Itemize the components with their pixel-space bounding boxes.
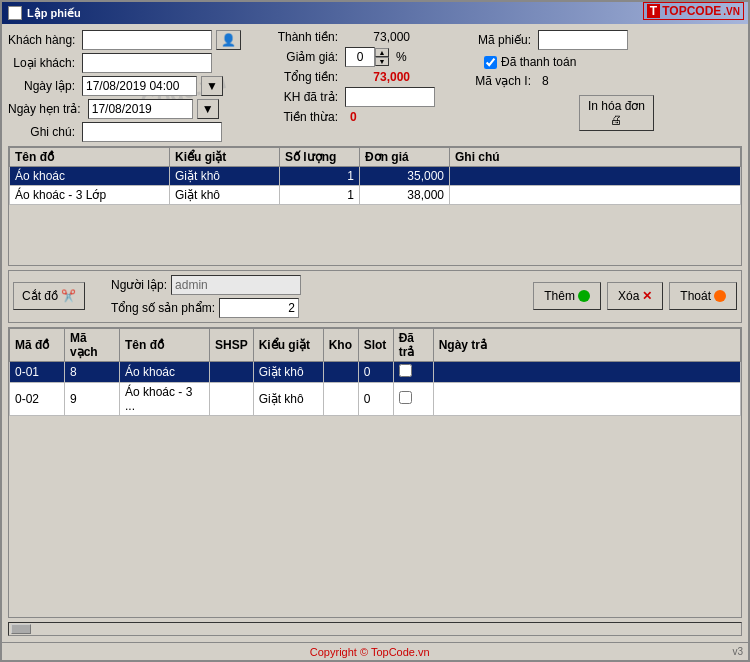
da-thanh-toan-row: Đã thanh toán: [474, 55, 654, 69]
bcell-kieu-giat: Giặt khô: [253, 361, 323, 382]
da-thanh-toan-label: Đã thanh toán: [501, 55, 576, 69]
ngay-lap-calendar-btn[interactable]: ▼: [201, 76, 223, 96]
topcode-logo-area: T TOPCODE .VN: [643, 2, 744, 20]
left-column: Khách hàng: 👤 Loại khách: Ngày lập: ▼: [8, 30, 268, 142]
giam-gia-up-btn[interactable]: ▲: [375, 48, 389, 57]
title-bar: Lập phiếu T TOPCODE .VN: [2, 2, 748, 24]
ngay-lap-input[interactable]: [82, 76, 197, 96]
xoa-icon: ✕: [642, 289, 652, 303]
da-thanh-toan-checkbox[interactable]: [484, 56, 497, 69]
tong-tien-row: Tổng tiền: 73,000: [276, 70, 466, 84]
ngay-hen-tra-calendar-btn[interactable]: ▼: [197, 99, 219, 119]
horizontal-scrollbar[interactable]: [8, 622, 742, 636]
bcell-kieu-giat: Giặt khô: [253, 382, 323, 415]
cell-so-luong: 1: [280, 167, 360, 186]
right-column: Mã phiếu: Đã thanh toán Mã vạch I: 8 In …: [474, 30, 654, 142]
giam-gia-label: Giảm giá:: [276, 50, 341, 64]
bcell-kho: [323, 382, 358, 415]
bcol-shsp: SHSP: [210, 328, 254, 361]
scrollbar-thumb[interactable]: [11, 624, 31, 634]
da-tra-checkbox-1[interactable]: [399, 391, 412, 404]
cell-ghi-chu: [450, 186, 741, 205]
copyright-text: Copyright © TopCode.vn: [7, 646, 732, 658]
giam-gia-input[interactable]: [345, 47, 375, 67]
tong-so-sp-row: Tổng số sản phẩm:: [111, 298, 299, 318]
khach-hang-row: Khách hàng: 👤: [8, 30, 268, 50]
window-title: Lập phiếu: [27, 7, 81, 20]
tong-so-sp-input[interactable]: [219, 298, 299, 318]
printer-icon: 🖨: [610, 113, 622, 127]
cell-ghi-chu: [450, 167, 741, 186]
thanh-tien-label: Thành tiền:: [276, 30, 341, 44]
bcell-shsp: [210, 361, 254, 382]
bcell-slot: 0: [358, 382, 393, 415]
status-bar: Copyright © TopCode.vn v3: [2, 642, 748, 660]
giam-gia-row: Giảm giá: ▲ ▼ %: [276, 47, 466, 67]
col-don-gia: Đơn giá: [360, 148, 450, 167]
cat-do-button[interactable]: Cắt đồ ✂️: [13, 282, 85, 310]
ngay-lap-label: Ngày lập:: [8, 79, 78, 93]
them-icon: [578, 290, 590, 302]
tien-thua-value: 0: [345, 110, 415, 124]
loai-khach-label: Loại khách:: [8, 56, 78, 70]
empty-row-b: [10, 415, 741, 445]
khach-hang-label: Khách hàng:: [8, 33, 78, 47]
nguoi-lap-label: Người lập:: [111, 278, 167, 292]
bcol-ten-do: Tên đồ: [120, 328, 210, 361]
giam-gia-spinner: ▲ ▼: [345, 47, 389, 67]
bcell-ngay-tra: [433, 361, 740, 382]
them-label: Thêm: [544, 289, 575, 303]
thanh-tien-value: 73,000: [345, 30, 415, 44]
bcol-ma-do: Mã đồ: [10, 328, 65, 361]
bcell-slot: 0: [358, 361, 393, 382]
main-content: TopCode.vn Khách hàng: 👤 Loại khách:: [2, 24, 748, 642]
tong-tien-label: Tổng tiền:: [276, 70, 341, 84]
loai-khach-row: Loại khách:: [8, 53, 268, 73]
bottom-table-header-row: Mã đồ Mã vạch Tên đồ SHSP Kiểu giặt Kho …: [10, 328, 741, 361]
ngay-lap-row: Ngày lập: ▼: [8, 76, 268, 96]
top-form-area: Khách hàng: 👤 Loại khách: Ngày lập: ▼: [8, 30, 742, 142]
table-row[interactable]: Áo khoác Giặt khô 1 35,000: [10, 167, 741, 186]
kh-da-tra-row: KH đã trả:: [276, 87, 466, 107]
da-tra-checkbox-0[interactable]: [399, 364, 412, 377]
giam-gia-down-btn[interactable]: ▼: [375, 57, 389, 66]
khach-hang-input[interactable]: [82, 30, 212, 50]
in-hoa-don-button[interactable]: In hóa đơn 🖨: [579, 95, 654, 131]
tien-thua-row: Tiền thừa: 0: [276, 110, 466, 124]
middle-column: Thành tiền: 73,000 Giảm giá: ▲ ▼ %: [276, 30, 466, 142]
ma-phieu-input[interactable]: [538, 30, 628, 50]
thanh-tien-row: Thành tiền: 73,000: [276, 30, 466, 44]
tong-so-sp-label: Tổng số sản phẩm:: [111, 301, 215, 315]
bcol-ngay-tra: Ngày trả: [433, 328, 740, 361]
loai-khach-input[interactable]: [82, 53, 212, 73]
ghi-chu-input[interactable]: [82, 122, 222, 142]
top-table-section: Tên đồ Kiểu giặt Số lượng Đơn giá Ghi ch…: [8, 146, 742, 266]
version-text: v3: [732, 646, 743, 657]
bcell-ma-do: 0-02: [10, 382, 65, 415]
cell-ten-do: Áo khoác: [10, 167, 170, 186]
bcell-da-tra: [393, 382, 433, 415]
bottom-table-row[interactable]: 0-01 8 Áo khoác Giặt khô 0: [10, 361, 741, 382]
table-row[interactable]: Áo khoác - 3 Lớp Giặt khô 1 38,000: [10, 186, 741, 205]
cell-so-luong: 1: [280, 186, 360, 205]
in-hoa-don-label: In hóa đơn: [588, 99, 645, 113]
thoat-button[interactable]: Thoát: [669, 282, 737, 310]
xoa-button[interactable]: Xóa ✕: [607, 282, 663, 310]
bottom-toolbar: Cắt đồ ✂️ Người lập: Tổng số sản phẩm: T…: [8, 270, 742, 323]
col-ghi-chu: Ghi chú: [450, 148, 741, 167]
bottom-table-row[interactable]: 0-02 9 Áo khoác - 3 ... Giặt khô 0: [10, 382, 741, 415]
nguoi-lap-input[interactable]: [171, 275, 301, 295]
khach-hang-btn[interactable]: 👤: [216, 30, 241, 50]
bcol-slot: Slot: [358, 328, 393, 361]
xoa-label: Xóa: [618, 289, 639, 303]
ngay-hen-tra-input[interactable]: [88, 99, 193, 119]
them-button[interactable]: Thêm: [533, 282, 601, 310]
thoat-label: Thoát: [680, 289, 711, 303]
action-buttons: Thêm Xóa ✕ Thoát: [533, 282, 737, 310]
tien-thua-label: Tiền thừa:: [276, 110, 341, 124]
ma-vach-value: 8: [542, 74, 549, 88]
bcol-kieu-giat: Kiểu giặt: [253, 328, 323, 361]
ma-vach-label: Mã vạch I:: [474, 74, 534, 88]
kh-da-tra-input[interactable]: [345, 87, 435, 107]
bcol-da-tra: Đã trả: [393, 328, 433, 361]
